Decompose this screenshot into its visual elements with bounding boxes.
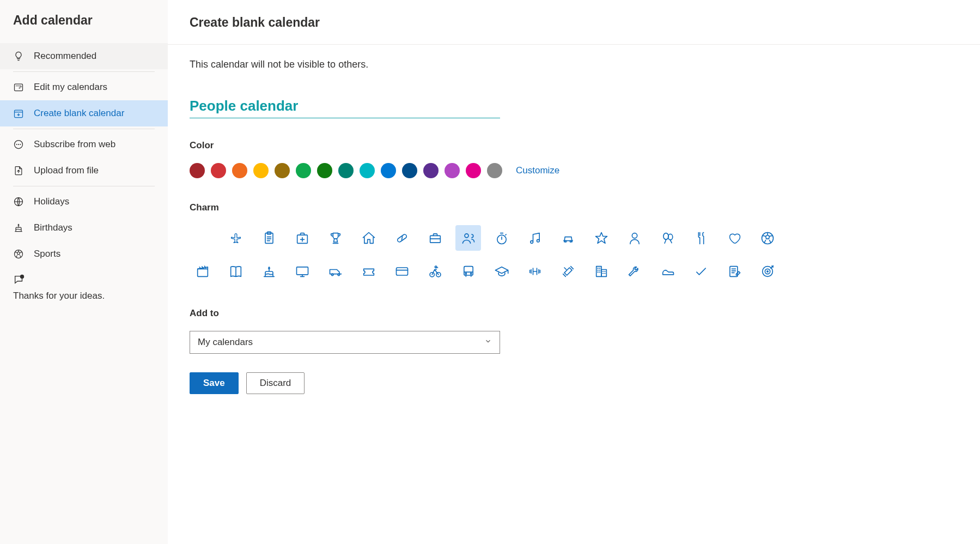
customize-link[interactable]: Customize bbox=[516, 165, 559, 176]
charm-stopwatch[interactable] bbox=[489, 225, 514, 251]
svg-point-3 bbox=[16, 144, 17, 145]
svg-point-5 bbox=[20, 144, 21, 145]
color-swatch[interactable] bbox=[296, 163, 311, 178]
color-swatch[interactable] bbox=[466, 163, 481, 178]
soccer-icon bbox=[13, 249, 24, 259]
charm-creditcard[interactable] bbox=[389, 258, 415, 284]
main-body: This calendar will not be visible to oth… bbox=[168, 45, 980, 408]
color-swatch[interactable] bbox=[232, 163, 247, 178]
sidebar-item-label: Sports bbox=[34, 249, 60, 259]
svg-point-25 bbox=[331, 274, 333, 276]
charm-target[interactable] bbox=[754, 258, 780, 284]
svg-rect-24 bbox=[296, 267, 308, 274]
svg-point-26 bbox=[338, 274, 340, 276]
charm-noteedit[interactable] bbox=[721, 258, 747, 284]
charm-van[interactable] bbox=[322, 258, 348, 284]
feedback-block: ! Thanks for your ideas. bbox=[0, 267, 168, 301]
color-swatch[interactable] bbox=[211, 163, 226, 178]
feedback-label: Thanks for your ideas. bbox=[13, 291, 155, 301]
color-swatch[interactable] bbox=[190, 163, 205, 178]
charm-book[interactable] bbox=[223, 258, 248, 284]
calendar-name-input[interactable] bbox=[190, 95, 500, 118]
charm-wrench[interactable] bbox=[622, 258, 647, 284]
color-swatch[interactable] bbox=[402, 163, 417, 178]
charm-dumbbell[interactable] bbox=[522, 258, 547, 284]
sidebar-item-subscribe[interactable]: Subscribe from web bbox=[0, 131, 168, 158]
color-swatch[interactable] bbox=[445, 163, 460, 178]
charm-airplane[interactable] bbox=[223, 225, 248, 251]
svg-rect-27 bbox=[396, 268, 407, 275]
addto-label: Add to bbox=[190, 308, 958, 319]
charm-building[interactable] bbox=[588, 258, 614, 284]
color-label: Color bbox=[190, 140, 958, 151]
globe-icon bbox=[13, 196, 24, 207]
svg-rect-23 bbox=[197, 269, 208, 276]
color-swatch[interactable] bbox=[253, 163, 269, 178]
sidebar-item-sports[interactable]: Sports bbox=[0, 241, 168, 267]
sidebar-item-label: Birthdays bbox=[34, 222, 72, 233]
charm-tools[interactable] bbox=[555, 258, 581, 284]
charm-bike[interactable] bbox=[422, 258, 448, 284]
addto-value: My calendars bbox=[198, 337, 253, 348]
color-swatch[interactable] bbox=[317, 163, 332, 178]
sidebar-item-create-blank[interactable]: Create blank calendar bbox=[0, 100, 168, 126]
charm-label: Charm bbox=[190, 202, 958, 213]
cake-icon bbox=[13, 222, 24, 233]
discard-button[interactable]: Discard bbox=[246, 372, 305, 394]
charm-home[interactable] bbox=[356, 225, 381, 251]
sidebar-item-label: Edit my calendars bbox=[34, 82, 107, 93]
svg-point-39 bbox=[766, 270, 768, 271]
sidebar-item-recommended[interactable]: Recommended bbox=[0, 43, 168, 69]
charm-briefcase[interactable] bbox=[422, 225, 448, 251]
sidebar-item-edit-calendars[interactable]: Edit my calendars bbox=[0, 74, 168, 100]
svg-point-18 bbox=[570, 240, 571, 242]
svg-point-19 bbox=[632, 233, 637, 238]
charm-pill[interactable] bbox=[389, 225, 415, 251]
charm-music[interactable] bbox=[522, 225, 547, 251]
svg-point-4 bbox=[19, 144, 19, 145]
charm-bus[interactable] bbox=[455, 258, 481, 284]
sidebar-item-label: Recommended bbox=[34, 51, 96, 62]
charm-grad[interactable] bbox=[489, 258, 514, 284]
charm-shoe[interactable] bbox=[655, 258, 680, 284]
charm-cake[interactable] bbox=[256, 258, 282, 284]
charm-clapperboard[interactable] bbox=[190, 258, 215, 284]
charm-star[interactable] bbox=[588, 225, 614, 251]
charm-fork[interactable] bbox=[688, 225, 714, 251]
color-swatch[interactable] bbox=[381, 163, 396, 178]
charm-people[interactable] bbox=[455, 225, 481, 251]
svg-point-20 bbox=[663, 233, 668, 239]
svg-point-30 bbox=[435, 266, 437, 268]
feedback-icon[interactable]: ! bbox=[13, 274, 25, 288]
addto-select[interactable]: My calendars bbox=[190, 331, 500, 354]
charm-trophy[interactable] bbox=[322, 225, 348, 251]
charm-clipboard[interactable] bbox=[256, 225, 282, 251]
charm-none[interactable] bbox=[190, 225, 215, 251]
charm-balloons[interactable] bbox=[655, 225, 680, 251]
color-swatch[interactable] bbox=[487, 163, 502, 178]
color-swatch[interactable] bbox=[423, 163, 439, 178]
svg-point-33 bbox=[470, 273, 471, 274]
charm-monitor[interactable] bbox=[289, 258, 315, 284]
main-header: Create blank calendar bbox=[168, 0, 980, 45]
calendar-edit-icon bbox=[13, 82, 24, 93]
color-swatch[interactable] bbox=[338, 163, 354, 178]
sidebar-item-upload[interactable]: Upload from file bbox=[0, 158, 168, 184]
sidebar-item-birthdays[interactable]: Birthdays bbox=[0, 215, 168, 241]
charm-soccer[interactable] bbox=[754, 225, 780, 251]
sidebar-item-holidays[interactable]: Holidays bbox=[0, 189, 168, 215]
svg-point-15 bbox=[465, 233, 468, 237]
color-swatch[interactable] bbox=[275, 163, 290, 178]
charm-person[interactable] bbox=[622, 225, 647, 251]
charm-check[interactable] bbox=[688, 258, 714, 284]
charm-firstaid[interactable] bbox=[289, 225, 315, 251]
charm-ticket[interactable] bbox=[356, 258, 381, 284]
charm-heart[interactable] bbox=[721, 225, 747, 251]
save-button[interactable]: Save bbox=[190, 372, 239, 394]
more-circle-icon bbox=[13, 139, 24, 150]
svg-point-17 bbox=[564, 240, 566, 242]
svg-rect-0 bbox=[15, 84, 23, 91]
charm-car[interactable] bbox=[555, 225, 581, 251]
color-swatch[interactable] bbox=[360, 163, 375, 178]
sidebar-divider bbox=[13, 186, 155, 186]
